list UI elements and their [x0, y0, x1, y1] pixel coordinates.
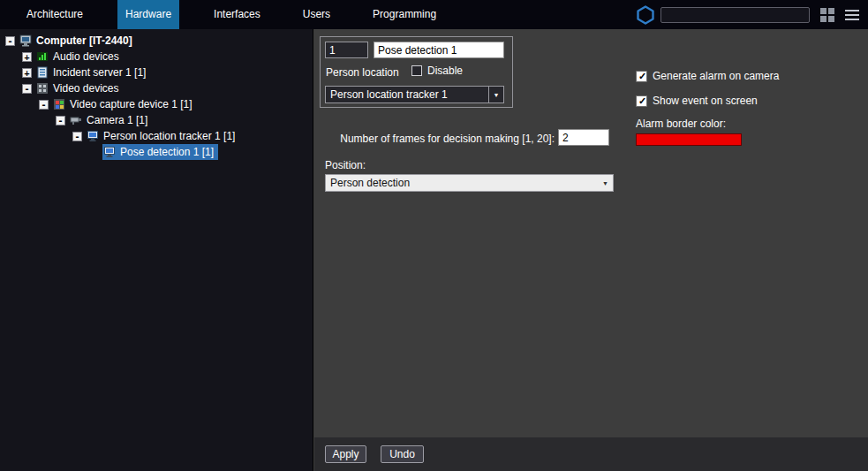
expand-toggle[interactable]: +	[22, 68, 32, 78]
position-label: Position:	[325, 159, 366, 171]
parent-tracker-select[interactable]: Person location tracker 1	[325, 86, 504, 103]
parent-tracker-value: Person location tracker 1	[326, 88, 488, 101]
generate-alarm-label: Generate alarm on camera	[653, 70, 779, 82]
frames-count-label: Number of frames for decision making [1,…	[314, 133, 555, 145]
undo-button[interactable]: Undo	[381, 445, 424, 463]
tab-architecture[interactable]: Architecture	[19, 0, 91, 29]
search-input[interactable]	[660, 7, 810, 23]
pose-display-icon	[103, 146, 117, 158]
video-devices-icon	[36, 82, 49, 95]
expand-toggle[interactable]: -	[5, 36, 15, 46]
frames-count-input[interactable]	[558, 129, 609, 146]
tree-item-label: Person location tracker 1 [1]	[103, 130, 235, 142]
expand-toggle[interactable]: +	[22, 52, 32, 62]
layout-grid-icon[interactable]	[819, 7, 835, 22]
app-window: Architecture Hardware Interfaces Users P…	[0, 0, 868, 471]
object-id-input[interactable]	[325, 42, 368, 58]
tree-item-audio-devices[interactable]: + Audio devices	[0, 49, 313, 65]
tab-hardware[interactable]: Hardware	[117, 0, 179, 29]
tree-item-incident-server[interactable]: + Incident server 1 [1]	[0, 65, 313, 80]
tree-item-label: Audio devices	[53, 50, 119, 63]
action-bar: Apply Undo	[314, 437, 868, 471]
tree-item-label: Video devices	[53, 82, 119, 95]
video-capture-device-icon	[53, 98, 66, 110]
tree-item-label: Video capture device 1 [1]	[70, 98, 192, 110]
disable-checkbox[interactable]	[411, 65, 422, 76]
disable-checkbox-row[interactable]: Disable	[411, 65, 463, 77]
app-logo-hexagon-icon	[635, 4, 656, 26]
incident-server-icon	[36, 66, 49, 79]
menu-icon[interactable]	[843, 8, 861, 22]
tree-item-pose-detection[interactable]: Pose detection 1 [1]	[0, 144, 313, 160]
camera-icon	[70, 114, 83, 126]
chevron-down-icon	[598, 175, 613, 191]
computer-icon	[19, 34, 33, 47]
device-tree-panel: - Computer [IT-2440] + Audio devices + I…	[0, 29, 313, 471]
generate-alarm-checkbox[interactable]	[636, 71, 647, 82]
position-value: Person detection	[326, 177, 598, 189]
disable-label: Disable	[427, 65, 463, 77]
audio-device-icon	[36, 50, 49, 63]
person-location-label: Person location	[326, 66, 399, 79]
tree-item-computer[interactable]: - Computer [IT-2440]	[0, 33, 313, 49]
expand-toggle[interactable]: -	[22, 84, 32, 94]
expand-toggle[interactable]: -	[39, 100, 49, 110]
position-select[interactable]: Person detection	[325, 174, 614, 192]
show-event-row[interactable]: Show event on screen	[636, 95, 758, 107]
tree-item-person-location-tracker[interactable]: - Person location tracker 1 [1]	[0, 128, 313, 144]
tree-item-video-devices[interactable]: - Video devices	[0, 80, 313, 96]
settings-panel: Person location Disable Person location …	[314, 29, 868, 437]
tree-item-label: Incident server 1 [1]	[53, 66, 146, 79]
expand-toggle[interactable]: -	[72, 132, 82, 141]
object-identity-groupbox: Person location Disable Person location …	[320, 36, 513, 108]
top-menu-bar: Architecture Hardware Interfaces Users P…	[0, 0, 868, 29]
tree-item-label: Computer [IT-2440]	[36, 34, 132, 47]
generate-alarm-row[interactable]: Generate alarm on camera	[636, 70, 779, 82]
chevron-down-icon	[488, 87, 503, 103]
tree-item-label: Camera 1 [1]	[87, 114, 147, 126]
apply-button[interactable]: Apply	[325, 445, 366, 463]
tab-users[interactable]: Users	[295, 0, 338, 29]
alarm-border-color-label: Alarm border color:	[636, 118, 726, 130]
alarm-color-swatch[interactable]	[636, 133, 742, 146]
show-event-label: Show event on screen	[653, 95, 758, 107]
expand-toggle[interactable]: -	[56, 116, 65, 125]
show-event-checkbox[interactable]	[636, 95, 647, 107]
object-name-input[interactable]	[374, 42, 504, 58]
tree-item-camera[interactable]: - Camera 1 [1]	[0, 112, 313, 128]
tree-item-video-capture-device[interactable]: - Video capture device 1 [1]	[0, 96, 313, 112]
tracker-display-icon	[87, 130, 100, 142]
tab-interfaces[interactable]: Interfaces	[206, 0, 268, 29]
tab-programming[interactable]: Programming	[365, 0, 444, 29]
tree-item-label: Pose detection 1 [1]	[120, 146, 214, 158]
